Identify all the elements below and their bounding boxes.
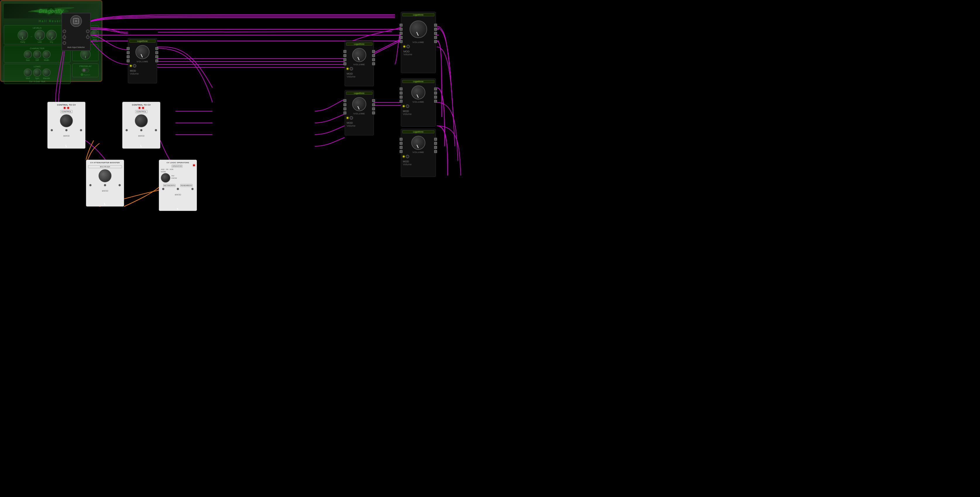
cv-logic-led: [193, 164, 195, 166]
ctrl-cv-1-port-r: [65, 129, 68, 131]
vol-center-knob[interactable]: [135, 45, 150, 59]
ctrl-cv-1-knob[interactable]: [60, 115, 73, 127]
vol-center-left-port-2: [127, 51, 130, 54]
cv-logic-knob-a[interactable]: [161, 173, 170, 183]
vol-center-label: VOLUME: [128, 60, 157, 63]
vol-fr3-knob[interactable]: [411, 136, 425, 150]
vol-fr3-header: Logarithmic: [402, 130, 434, 134]
df-lows-cut-label: Cut: [29, 80, 32, 83]
cv-atten-title: CV ATTENUVERTER BOOSTER: [88, 162, 122, 164]
vol-fr1-rp1: [434, 24, 437, 27]
vol-right1-mod: MOD: [347, 72, 372, 75]
vol-r2-lp4: [344, 112, 346, 115]
vol-center-port: [133, 64, 136, 68]
auto-input-port-r2: [86, 35, 89, 39]
vol-fr1-port: [406, 45, 410, 48]
cv-atten-mult-label: MULTIPLIER: [88, 165, 122, 168]
ctrl-cv-2-knob[interactable]: [135, 115, 148, 127]
df-dry-knob[interactable]: [46, 30, 57, 40]
vol-fr3-rp3: [434, 146, 437, 149]
ctrl-cv-2-led2: [142, 107, 144, 109]
vol-r2-rp4: [372, 112, 375, 115]
df-width-knob[interactable]: [42, 50, 51, 59]
vol-fr3-mod: MOD: [403, 160, 434, 163]
df-spin-label: Spin: [35, 77, 39, 79]
vol-fr3-rp2: [434, 142, 437, 145]
cv-atten-knob[interactable]: [99, 169, 111, 182]
vol-r1-lp4: [344, 62, 346, 65]
vol-fr1-rp4: [434, 36, 437, 39]
ctrl-cv-2-brand: ⊕MOD: [138, 135, 145, 137]
cv-logic-port-l: [162, 188, 164, 190]
vol-fr2-knob[interactable]: [411, 85, 425, 99]
vol-fr2-rp2: [434, 92, 437, 94]
vol-fr3-lp2: [399, 142, 402, 145]
vol-right2-sub: Volume: [347, 124, 372, 127]
volume-module-center: Logarithmic VOLUME MOD Volume: [128, 38, 157, 83]
cv-logic-brand: ⊕MOD: [175, 194, 181, 196]
vol-right2-knob[interactable]: [352, 97, 366, 111]
ctrl-cv-1-port-l: [51, 129, 53, 131]
cv-logic-operators: CV LOGIC OPERATORS OPERATOR ANDORXOR NAM…: [159, 160, 197, 211]
vol-r1-lp3: [344, 58, 346, 61]
volume-module-right-1: Logarithmic VOLUME MOD Volume: [345, 41, 374, 86]
vol-fr1-rp5: [434, 40, 437, 43]
auto-input-port-l1: [63, 30, 66, 33]
vol-right1-knob[interactable]: [352, 48, 366, 62]
df-bypass-label: Bypass: [84, 74, 91, 76]
df-late-knob[interactable]: [35, 30, 45, 40]
ctrl-cv-1-led2: [67, 107, 69, 109]
vol-right2-led: [347, 117, 348, 119]
vol-fr1-mod: MOD: [403, 50, 433, 53]
ctrl-cv-2-led1: [138, 107, 140, 109]
vol-right2-port: [350, 116, 353, 119]
vol-r2-lp1: [344, 99, 346, 102]
df-spin-knob[interactable]: [33, 68, 41, 76]
df-wander-knob[interactable]: [42, 68, 51, 76]
vol-fr3-port: [406, 155, 409, 158]
vol-fr2-lp3: [399, 96, 402, 99]
vol-fr3-rp4: [434, 150, 437, 153]
vol-fr1-led: [403, 46, 405, 48]
df-bypass-toggle[interactable]: [82, 68, 89, 72]
vol-center-right-port-4: [155, 59, 158, 62]
vol-right1-header: Logarithmic: [346, 42, 372, 46]
df-mod-label: Mod: [26, 77, 30, 79]
vol-center-left-port-1: [127, 47, 130, 50]
vol-fr1-label: VOLUME: [401, 41, 436, 44]
df-early-knob[interactable]: [18, 30, 28, 40]
vol-fr1-lp2: [399, 28, 402, 31]
vol-r2-lp3: [344, 107, 346, 110]
df-lows-xover-label: X-Over: [33, 80, 40, 83]
cv-logic-port-m: [177, 188, 179, 190]
vol-right1-sub: Volume: [347, 75, 372, 78]
vol-center-mod: MOD: [130, 69, 155, 72]
cv-atten-port-l: [89, 184, 92, 186]
df-mod-knob[interactable]: [24, 68, 32, 76]
df-diff-knob[interactable]: [33, 50, 41, 59]
vol-r1-rp2: [372, 54, 375, 57]
vol-r1-lp1: [344, 50, 346, 53]
vol-fr1-knob[interactable]: [410, 21, 427, 38]
df-highs-mult-knob[interactable]: [91, 30, 99, 38]
vol-r2-rp1: [372, 99, 375, 102]
auto-input-port-r1: [86, 30, 89, 33]
vol-fr3-label: VOLUME: [401, 151, 436, 154]
cv-logic-op-label: OPERATOR: [172, 165, 182, 167]
df-size-knob[interactable]: [24, 50, 32, 59]
vol-fr3-sub: Volume: [403, 163, 434, 166]
ctrl-cv-2-port-r: [140, 129, 142, 131]
control-to-cv-1: CONTROL TO CV CONTROL ⊕MOD: [48, 102, 86, 148]
vol-right1-port: [350, 67, 353, 70]
cv-attenuverter-booster: CV ATTENUVERTER BOOSTER MULTIPLIER ⊕MOD: [86, 160, 124, 207]
vol-fr2-sub: Volume: [403, 113, 434, 116]
vol-fr1-rp3: [434, 32, 437, 35]
df-highs-mult-label: Mult: [93, 38, 97, 41]
vol-fr2-header: Logarithmic: [402, 80, 434, 83]
ctrl-cv-1-port-r2: [80, 129, 82, 131]
vol-center-led: [130, 65, 132, 67]
vol-center-left-port-3: [127, 55, 130, 58]
vol-fr1-lp5: [399, 40, 402, 43]
vol-fr2-label: VOLUME: [401, 100, 436, 103]
vol-fr2-rp4: [434, 100, 437, 103]
